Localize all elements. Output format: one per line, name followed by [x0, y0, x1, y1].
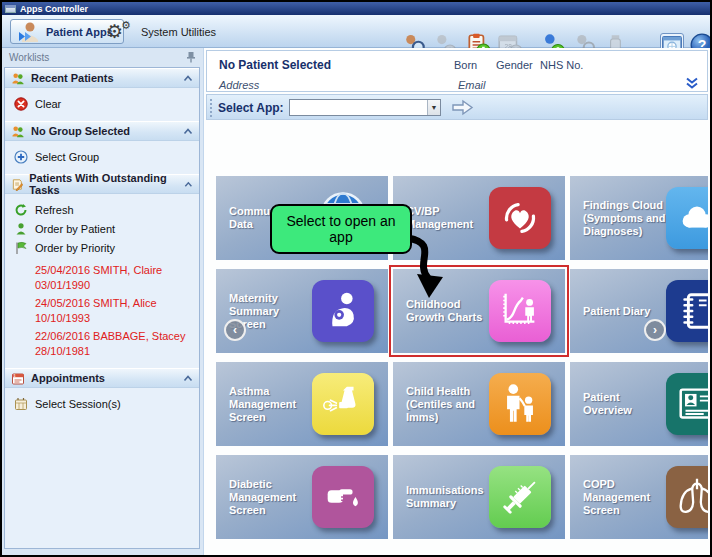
carousel-prev-button[interactable]: ‹ [224, 319, 246, 341]
patient-entry[interactable]: 24/05/2016 SMITH, Alice 10/10/1993 [5, 295, 199, 327]
title-bar: Apps Controller [2, 2, 710, 15]
id-card-icon [666, 373, 708, 435]
app-tiles-grid: Community Data CV/BP Management F [204, 120, 708, 553]
tile-patient-diary[interactable]: Patient Diary [570, 269, 708, 353]
patient-title: No Patient Selected [219, 58, 331, 72]
add-circle-icon [14, 150, 28, 164]
apps-controller-window: Apps Controller Patient Apps ⚙⚙ System U… [0, 0, 712, 557]
tile-label: Patient Diary [570, 305, 666, 318]
sidebar-item-label: Refresh [35, 204, 74, 216]
carousel-next-button[interactable]: › [644, 319, 666, 341]
clear-icon [14, 97, 28, 111]
tile-label: Immunisations Summary [393, 484, 489, 510]
person-icon [14, 222, 28, 236]
app-icon [5, 5, 16, 13]
heart-icon [489, 187, 551, 249]
users-icon [11, 72, 25, 85]
worklists-title: Worklists [9, 52, 49, 63]
patient-entry[interactable]: 22/06/2016 BABBAGE, Stacey 28/10/1981 [5, 328, 199, 360]
refresh-icon [14, 203, 28, 217]
tile-copd-management[interactable]: COPD Management Screen [570, 455, 708, 539]
tile-label: Findings Cloud (Symptoms and Diagnoses) [570, 199, 666, 238]
section-label: No Group Selected [31, 125, 130, 137]
tile-asthma-management[interactable]: Asthma Management Screen [216, 362, 388, 446]
lungs-icon [666, 466, 708, 528]
finger-prick-icon [312, 466, 374, 528]
section-label: Recent Patients [31, 72, 114, 84]
tile-child-health[interactable]: Child Health (Centiles and Imms) [393, 362, 565, 446]
patient-info-bar: No Patient Selected Born Gender NHS No. … [206, 50, 708, 92]
patient-entry[interactable]: 25/04/2016 SMITH, Claire 03/01/1990 [5, 262, 199, 294]
chevron-up-icon [183, 75, 193, 82]
expand-double-chevron-icon[interactable] [685, 77, 699, 90]
tile-label: Diabetic Management Screen [216, 478, 312, 517]
tile-label: Child Health (Centiles and Imms) [393, 385, 489, 424]
sidebar-item-label: Order by Patient [35, 223, 115, 235]
inhaler-icon [312, 373, 374, 435]
tab-bar: Patient Apps ⚙⚙ System Utilities 28 [2, 15, 710, 48]
select-app-value [290, 100, 427, 115]
select-app-label: Select App: [218, 101, 284, 115]
users-icon [11, 125, 25, 138]
sidebar-item-refresh[interactable]: Refresh [5, 201, 199, 219]
address-label: Address [219, 79, 259, 91]
cloud-icon [666, 187, 708, 249]
dropdown-arrow-icon: ▼ [427, 100, 440, 115]
mother-baby-icon [312, 280, 374, 342]
tab-system-utilities[interactable]: ⚙⚙ System Utilities [98, 19, 224, 44]
section-outstanding-tasks[interactable]: Patients With Outstanding Tasks [5, 174, 199, 194]
tile-findings-cloud[interactable]: Findings Cloud (Symptoms and Diagnoses) [570, 176, 708, 260]
tile-label: COPD Management Screen [570, 478, 666, 517]
tile-maternity-summary[interactable]: Maternity Summary Screen [216, 269, 388, 353]
nhs-no-label: NHS No. [540, 59, 583, 71]
pin-icon[interactable] [186, 51, 196, 63]
callout-text: Select to open an app [280, 213, 402, 245]
tile-label: Patient Overview [570, 391, 666, 417]
chevron-up-icon [183, 375, 193, 382]
chevron-up-icon [183, 128, 193, 135]
worklists-sidebar: Worklists Recent Patients Clear [2, 48, 203, 555]
sidebar-item-select-group[interactable]: Select Group [5, 148, 199, 166]
gear-small-icon: ⚙ [121, 19, 131, 32]
tile-label: Asthma Management Screen [216, 385, 312, 424]
section-recent-patients[interactable]: Recent Patients [5, 68, 199, 88]
sidebar-item-label: Clear [35, 98, 61, 110]
tile-patient-overview[interactable]: Patient Overview [570, 362, 708, 446]
select-app-bar: Select App: ▼ [206, 94, 708, 120]
sidebar-item-clear[interactable]: Clear [5, 95, 199, 113]
sessions-icon [14, 397, 28, 411]
tile-diabetic-management[interactable]: Diabetic Management Screen [216, 455, 388, 539]
tile-immunisations-summary[interactable]: Immunisations Summary [393, 455, 565, 539]
patient-apps-icon [17, 20, 41, 44]
section-appointments[interactable]: 5 Appointments [5, 368, 199, 388]
section-label: Appointments [31, 372, 105, 384]
sidebar-item-label: Select Session(s) [35, 398, 121, 410]
diary-icon [666, 280, 708, 342]
drag-grip[interactable] [210, 99, 213, 117]
tab-system-utilities-label: System Utilities [141, 26, 216, 38]
born-label: Born [454, 59, 477, 71]
sidebar-item-order-by-priority[interactable]: Order by Priority [5, 239, 199, 257]
window-title: Apps Controller [20, 4, 88, 14]
chevron-up-icon [184, 181, 193, 188]
sidebar-item-select-sessions[interactable]: Select Session(s) [5, 395, 199, 413]
section-label: Patients With Outstanding Tasks [29, 172, 178, 196]
sidebar-item-order-by-patient[interactable]: Order by Patient [5, 220, 199, 238]
annotation-callout: Select to open an app [270, 204, 412, 254]
syringe-icon [489, 466, 551, 528]
tasks-icon [11, 178, 23, 191]
gender-label: Gender [496, 59, 533, 71]
select-app-dropdown[interactable]: ▼ [289, 99, 441, 116]
sidebar-item-label: Order by Priority [35, 242, 115, 254]
appointments-icon: 5 [11, 372, 25, 385]
adult-child-icon [489, 373, 551, 435]
sidebar-item-label: Select Group [35, 151, 99, 163]
annotation-arrow [404, 230, 462, 302]
flag-icon [14, 241, 28, 255]
growth-chart-icon [489, 280, 551, 342]
worklists-panel: Recent Patients Clear No Group Selected [4, 67, 200, 549]
section-no-group-selected[interactable]: No Group Selected [5, 121, 199, 141]
go-arrow-button[interactable] [451, 99, 475, 116]
email-label: Email [458, 79, 486, 91]
